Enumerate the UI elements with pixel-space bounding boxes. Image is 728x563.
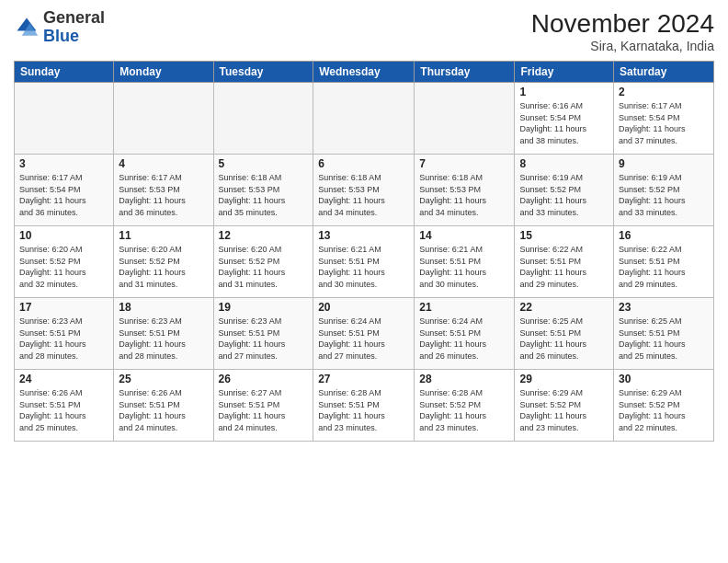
day-cell: 2Sunrise: 6:17 AM Sunset: 5:54 PM Daylig… <box>614 83 714 155</box>
day-cell: 26Sunrise: 6:27 AM Sunset: 5:51 PM Dayli… <box>213 370 313 442</box>
day-cell: 18Sunrise: 6:23 AM Sunset: 5:51 PM Dayli… <box>114 298 213 370</box>
calendar-table: Sunday Monday Tuesday Wednesday Thursday… <box>14 61 714 442</box>
day-number: 23 <box>619 301 709 314</box>
calendar-header: Sunday Monday Tuesday Wednesday Thursday… <box>15 62 714 83</box>
day-cell: 24Sunrise: 6:26 AM Sunset: 5:51 PM Dayli… <box>15 370 114 442</box>
day-number: 14 <box>419 229 509 242</box>
day-number: 20 <box>318 301 409 314</box>
location: Sira, Karnataka, India <box>531 39 714 53</box>
day-number: 13 <box>318 229 409 242</box>
day-info: Sunrise: 6:26 AM Sunset: 5:51 PM Dayligh… <box>119 387 208 433</box>
day-info: Sunrise: 6:18 AM Sunset: 5:53 PM Dayligh… <box>318 172 409 218</box>
day-info: Sunrise: 6:25 AM Sunset: 5:51 PM Dayligh… <box>519 316 609 362</box>
week-row-1: 3Sunrise: 6:17 AM Sunset: 5:54 PM Daylig… <box>15 155 714 226</box>
day-number: 2 <box>619 86 709 98</box>
month-title: November 2024 <box>531 9 714 39</box>
calendar-page: General Blue November 2024 Sira, Karnata… <box>0 0 728 563</box>
day-cell: 9Sunrise: 6:19 AM Sunset: 5:52 PM Daylig… <box>614 155 714 226</box>
header-row: Sunday Monday Tuesday Wednesday Thursday… <box>15 62 714 83</box>
calendar-body: 1Sunrise: 6:16 AM Sunset: 5:54 PM Daylig… <box>15 83 714 442</box>
day-info: Sunrise: 6:17 AM Sunset: 5:54 PM Dayligh… <box>19 172 108 218</box>
day-cell: 29Sunrise: 6:29 AM Sunset: 5:52 PM Dayli… <box>515 370 614 442</box>
day-number: 6 <box>318 157 409 170</box>
day-info: Sunrise: 6:19 AM Sunset: 5:52 PM Dayligh… <box>619 172 709 218</box>
day-number: 29 <box>519 373 609 385</box>
logo-blue-text: Blue <box>43 27 79 45</box>
col-monday: Monday <box>114 62 213 83</box>
day-info: Sunrise: 6:28 AM Sunset: 5:51 PM Dayligh… <box>318 387 409 433</box>
day-cell: 22Sunrise: 6:25 AM Sunset: 5:51 PM Dayli… <box>515 298 614 370</box>
day-info: Sunrise: 6:20 AM Sunset: 5:52 PM Dayligh… <box>119 244 208 290</box>
day-number: 27 <box>318 373 409 385</box>
day-info: Sunrise: 6:25 AM Sunset: 5:51 PM Dayligh… <box>619 316 709 362</box>
day-cell: 16Sunrise: 6:22 AM Sunset: 5:51 PM Dayli… <box>614 226 714 298</box>
day-info: Sunrise: 6:22 AM Sunset: 5:51 PM Dayligh… <box>619 244 709 290</box>
day-number: 19 <box>219 301 309 314</box>
day-number: 8 <box>519 157 609 170</box>
col-wednesday: Wednesday <box>313 62 415 83</box>
day-number: 1 <box>519 86 609 98</box>
day-number: 11 <box>119 229 208 242</box>
day-info: Sunrise: 6:22 AM Sunset: 5:51 PM Dayligh… <box>519 244 609 290</box>
header: General Blue November 2024 Sira, Karnata… <box>14 9 714 53</box>
day-cell: 11Sunrise: 6:20 AM Sunset: 5:52 PM Dayli… <box>114 226 213 298</box>
logo: General Blue <box>14 9 105 46</box>
day-number: 17 <box>19 301 108 314</box>
day-cell: 1Sunrise: 6:16 AM Sunset: 5:54 PM Daylig… <box>515 83 614 155</box>
day-cell: 10Sunrise: 6:20 AM Sunset: 5:52 PM Dayli… <box>15 226 114 298</box>
day-cell <box>415 83 515 155</box>
day-cell: 25Sunrise: 6:26 AM Sunset: 5:51 PM Dayli… <box>114 370 213 442</box>
col-friday: Friday <box>515 62 614 83</box>
day-cell: 6Sunrise: 6:18 AM Sunset: 5:53 PM Daylig… <box>313 155 415 226</box>
col-saturday: Saturday <box>614 62 714 83</box>
day-number: 9 <box>619 157 709 170</box>
day-info: Sunrise: 6:23 AM Sunset: 5:51 PM Dayligh… <box>219 316 309 362</box>
col-thursday: Thursday <box>415 62 515 83</box>
week-row-4: 24Sunrise: 6:26 AM Sunset: 5:51 PM Dayli… <box>15 370 714 442</box>
week-row-0: 1Sunrise: 6:16 AM Sunset: 5:54 PM Daylig… <box>15 83 714 155</box>
day-cell: 7Sunrise: 6:18 AM Sunset: 5:53 PM Daylig… <box>415 155 515 226</box>
day-info: Sunrise: 6:26 AM Sunset: 5:51 PM Dayligh… <box>19 387 108 433</box>
day-number: 4 <box>119 157 208 170</box>
day-number: 26 <box>219 373 309 385</box>
day-info: Sunrise: 6:20 AM Sunset: 5:52 PM Dayligh… <box>19 244 108 290</box>
day-info: Sunrise: 6:20 AM Sunset: 5:52 PM Dayligh… <box>219 244 309 290</box>
day-cell <box>313 83 415 155</box>
day-info: Sunrise: 6:18 AM Sunset: 5:53 PM Dayligh… <box>419 172 509 218</box>
day-info: Sunrise: 6:17 AM Sunset: 5:54 PM Dayligh… <box>619 100 709 146</box>
day-cell: 5Sunrise: 6:18 AM Sunset: 5:53 PM Daylig… <box>213 155 313 226</box>
day-cell: 20Sunrise: 6:24 AM Sunset: 5:51 PM Dayli… <box>313 298 415 370</box>
day-cell: 21Sunrise: 6:24 AM Sunset: 5:51 PM Dayli… <box>415 298 515 370</box>
day-cell: 28Sunrise: 6:28 AM Sunset: 5:52 PM Dayli… <box>415 370 515 442</box>
day-cell <box>15 83 114 155</box>
day-info: Sunrise: 6:23 AM Sunset: 5:51 PM Dayligh… <box>119 316 208 362</box>
day-number: 3 <box>19 157 108 170</box>
week-row-3: 17Sunrise: 6:23 AM Sunset: 5:51 PM Dayli… <box>15 298 714 370</box>
day-cell: 3Sunrise: 6:17 AM Sunset: 5:54 PM Daylig… <box>15 155 114 226</box>
day-cell: 4Sunrise: 6:17 AM Sunset: 5:53 PM Daylig… <box>114 155 213 226</box>
day-number: 24 <box>19 373 108 385</box>
day-info: Sunrise: 6:29 AM Sunset: 5:52 PM Dayligh… <box>519 387 609 433</box>
day-cell: 27Sunrise: 6:28 AM Sunset: 5:51 PM Dayli… <box>313 370 415 442</box>
day-cell <box>213 83 313 155</box>
day-number: 12 <box>219 229 309 242</box>
logo-icon <box>14 15 40 40</box>
day-info: Sunrise: 6:21 AM Sunset: 5:51 PM Dayligh… <box>318 244 409 290</box>
day-number: 18 <box>119 301 208 314</box>
day-cell: 13Sunrise: 6:21 AM Sunset: 5:51 PM Dayli… <box>313 226 415 298</box>
day-cell <box>114 83 213 155</box>
day-info: Sunrise: 6:27 AM Sunset: 5:51 PM Dayligh… <box>219 387 309 433</box>
day-number: 10 <box>19 229 108 242</box>
day-number: 5 <box>219 157 309 170</box>
day-number: 22 <box>519 301 609 314</box>
day-cell: 12Sunrise: 6:20 AM Sunset: 5:52 PM Dayli… <box>213 226 313 298</box>
day-number: 15 <box>519 229 609 242</box>
day-cell: 17Sunrise: 6:23 AM Sunset: 5:51 PM Dayli… <box>15 298 114 370</box>
day-info: Sunrise: 6:28 AM Sunset: 5:52 PM Dayligh… <box>419 387 509 433</box>
day-number: 28 <box>419 373 509 385</box>
day-cell: 30Sunrise: 6:29 AM Sunset: 5:52 PM Dayli… <box>614 370 714 442</box>
day-info: Sunrise: 6:29 AM Sunset: 5:52 PM Dayligh… <box>619 387 709 433</box>
day-info: Sunrise: 6:23 AM Sunset: 5:51 PM Dayligh… <box>19 316 108 362</box>
day-info: Sunrise: 6:16 AM Sunset: 5:54 PM Dayligh… <box>519 100 609 146</box>
day-cell: 23Sunrise: 6:25 AM Sunset: 5:51 PM Dayli… <box>614 298 714 370</box>
